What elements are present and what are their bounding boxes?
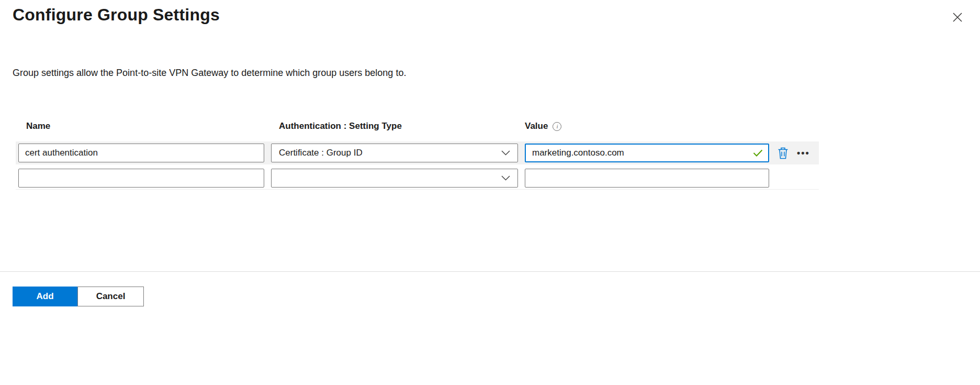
column-headers: Name Authentication : Setting Type Value… — [16, 117, 819, 135]
footer-divider — [0, 271, 980, 272]
value-field-wrapper — [525, 169, 769, 188]
name-input-empty[interactable] — [18, 169, 264, 188]
column-header-value-label: Value — [525, 121, 548, 131]
dropdown-selected-value: Certificate : Group ID — [279, 148, 363, 158]
configure-group-settings-dialog: Configure Group Settings Group settings … — [0, 0, 980, 385]
add-button[interactable]: Add — [13, 287, 77, 306]
column-header-name: Name — [16, 121, 271, 131]
close-icon — [952, 12, 963, 23]
value-input-empty[interactable] — [525, 169, 769, 188]
dialog-header: Configure Group Settings — [13, 5, 966, 26]
column-header-value: Value i — [525, 121, 561, 131]
value-input[interactable] — [525, 144, 769, 162]
more-options-button[interactable]: ••• — [795, 147, 812, 159]
footer-actions: Add Cancel — [13, 287, 144, 306]
valid-check-icon — [753, 149, 763, 157]
name-input[interactable] — [18, 144, 264, 162]
info-icon[interactable]: i — [553, 122, 561, 131]
delete-row-button[interactable] — [776, 146, 790, 160]
table-row — [16, 167, 819, 190]
chevron-down-icon — [501, 150, 510, 156]
value-field-wrapper — [525, 144, 769, 162]
dialog-description: Group settings allow the Point-to-site V… — [13, 68, 406, 79]
group-settings-table: Name Authentication : Setting Type Value… — [16, 117, 819, 190]
auth-setting-type-dropdown[interactable]: Certificate : Group ID — [271, 144, 518, 162]
table-row: Certificate : Group ID ••• — [16, 141, 819, 164]
close-button[interactable] — [949, 8, 966, 26]
auth-setting-type-dropdown-empty[interactable] — [271, 169, 518, 188]
column-header-auth-type: Authentication : Setting Type — [271, 121, 525, 131]
chevron-down-icon — [501, 175, 510, 181]
trash-icon — [778, 147, 788, 159]
cancel-button[interactable]: Cancel — [77, 287, 144, 306]
page-title: Configure Group Settings — [13, 5, 220, 25]
